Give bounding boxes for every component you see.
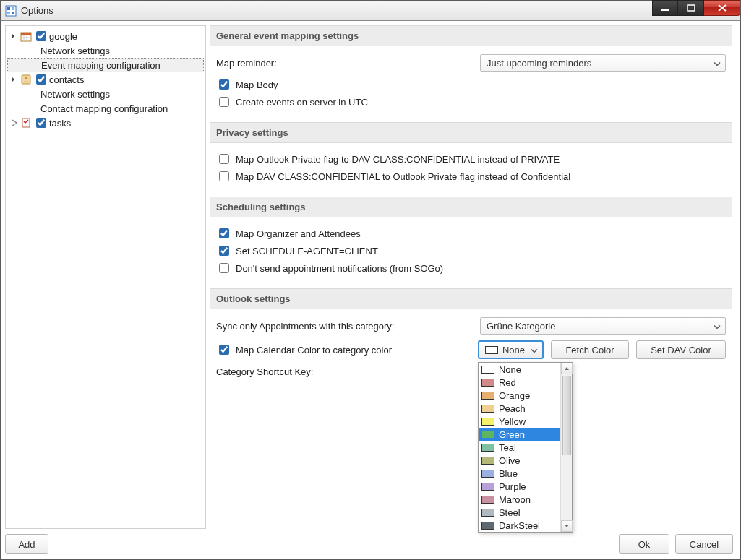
expand-icon[interactable] (10, 32, 19, 40)
sched-opt3-label: Don't send appointment notifications (fr… (236, 263, 443, 274)
sync-category-combo[interactable]: Grüne Kategorie (480, 317, 726, 335)
scroll-up-icon[interactable] (561, 363, 573, 374)
add-button[interactable]: Add (5, 534, 48, 554)
privacy-opt2-row[interactable]: Map DAV CLASS:CONFIDENTIAL to Outlook Pr… (216, 169, 726, 184)
color-option-olive[interactable]: Olive (479, 454, 572, 467)
color-swatch-icon (481, 483, 494, 491)
tree-label: Network settings (40, 89, 110, 100)
color-option-label: None (499, 364, 521, 375)
map-reminder-value: Just upcoming reminders (487, 58, 591, 69)
tasks-icon (20, 117, 32, 129)
color-option-label: DarkSteel (499, 520, 540, 531)
color-swatch-icon (481, 470, 494, 478)
fetch-color-button[interactable]: Fetch Color (551, 340, 629, 359)
privacy-opt2-checkbox[interactable] (219, 171, 229, 181)
sched-opt2-row[interactable]: Set SCHEDULE-AGENT=CLIENT (216, 244, 726, 258)
color-option-maroon[interactable]: Maroon (479, 493, 572, 506)
ok-button[interactable]: Ok (619, 534, 669, 554)
color-option-label: Peach (499, 403, 526, 414)
category-shortcut-label: Category Shortcut Key: (216, 366, 313, 377)
sync-category-value: Grüne Kategorie (487, 321, 555, 332)
tree-node-contacts-contactmapping[interactable]: Contact mapping configuration (7, 101, 204, 116)
svg-rect-4 (12, 12, 14, 14)
map-reminder-combo[interactable]: Just upcoming reminders (480, 54, 726, 72)
tree-node-contacts[interactable]: contacts (7, 72, 204, 87)
map-reminder-label: Map reminder: (216, 58, 277, 69)
color-option-orange[interactable]: Orange (479, 389, 572, 402)
expand-icon[interactable] (10, 119, 19, 127)
map-color-label: Map Calendar Color to category color (236, 345, 392, 356)
svg-rect-2 (12, 7, 14, 10)
color-option-label: Yellow (499, 416, 526, 427)
map-color-row[interactable]: Map Calendar Color to category color (216, 343, 392, 357)
map-body-checkbox-row[interactable]: Map Body (216, 77, 726, 92)
map-color-checkbox[interactable] (219, 345, 229, 355)
color-option-label: Purple (499, 481, 526, 492)
contacts-icon (20, 74, 32, 85)
scroll-thumb[interactable] (562, 376, 571, 455)
svg-rect-6 (688, 5, 695, 11)
close-button[interactable] (704, 0, 740, 16)
minimize-button[interactable] (652, 0, 678, 16)
color-swatch-icon (481, 444, 494, 452)
color-option-darksteel[interactable]: DarkSteel (479, 519, 572, 532)
color-option-peach[interactable]: Peach (479, 402, 572, 415)
color-option-teal[interactable]: Teal (479, 441, 572, 454)
color-option-label: Orange (499, 390, 530, 401)
tree-label: google (49, 31, 77, 42)
map-body-label: Map Body (236, 79, 278, 90)
tree-check-tasks[interactable] (36, 118, 46, 128)
create-utc-label: Create events on server in UTC (236, 97, 368, 108)
sched-opt2-label: Set SCHEDULE-AGENT=CLIENT (236, 246, 378, 257)
scroll-down-icon[interactable] (561, 520, 573, 532)
map-body-checkbox[interactable] (219, 79, 229, 90)
color-option-blue[interactable]: Blue (479, 467, 572, 480)
sched-opt1-checkbox[interactable] (219, 228, 229, 238)
privacy-opt1-row[interactable]: Map Outlook Private flag to DAV CLASS:CO… (216, 152, 726, 166)
client-area: google Network settings Event mapping co… (0, 20, 741, 560)
sched-opt3-row[interactable]: Don't send appointment notifications (fr… (216, 261, 726, 275)
sched-opt1-row[interactable]: Map Organizer and Attendees (216, 226, 726, 241)
chevron-down-icon (714, 321, 721, 332)
tree-node-google[interactable]: google (7, 29, 204, 43)
svg-point-13 (25, 77, 27, 79)
privacy-opt1-checkbox[interactable] (219, 154, 229, 164)
color-combo[interactable]: None (478, 340, 544, 359)
color-option-purple[interactable]: Purple (479, 480, 572, 493)
ok-label: Ok (638, 539, 651, 550)
expand-icon[interactable] (10, 75, 19, 84)
window-title: Options (21, 5, 740, 16)
tree-node-google-network[interactable]: Network settings (7, 43, 204, 58)
cancel-button[interactable]: Cancel (675, 534, 733, 554)
create-utc-checkbox[interactable] (219, 97, 229, 107)
scrollbar[interactable] (560, 363, 572, 532)
sched-opt3-checkbox[interactable] (219, 263, 229, 273)
color-swatch-icon (481, 522, 494, 530)
tree-node-tasks[interactable]: tasks (7, 116, 204, 130)
color-swatch-icon (481, 379, 494, 387)
tree-node-google-eventmapping[interactable]: Event mapping configuration (7, 58, 204, 72)
privacy-opt1-label: Map Outlook Private flag to DAV CLASS:CO… (236, 154, 560, 165)
profile-tree[interactable]: google Network settings Event mapping co… (5, 25, 206, 529)
sched-opt1-label: Map Organizer and Attendees (236, 228, 361, 239)
color-option-steel[interactable]: Steel (479, 506, 572, 519)
color-option-none[interactable]: None (479, 363, 572, 376)
color-option-label: Steel (499, 507, 521, 518)
color-swatch-icon (481, 457, 494, 465)
color-option-red[interactable]: Red (479, 376, 572, 389)
create-utc-checkbox-row[interactable]: Create events on server in UTC (216, 95, 726, 109)
sched-opt2-checkbox[interactable] (219, 246, 229, 256)
color-dropdown[interactable]: NoneRedOrangePeachYellowGreenTealOliveBl… (478, 362, 573, 533)
color-option-yellow[interactable]: Yellow (479, 415, 572, 428)
maximize-button[interactable] (678, 0, 704, 16)
color-swatch-icon (485, 346, 498, 354)
set-dav-color-button[interactable]: Set DAV Color (636, 340, 726, 359)
color-swatch-icon (481, 392, 494, 400)
tree-check-google[interactable] (36, 31, 46, 41)
tree-node-contacts-network[interactable]: Network settings (7, 87, 204, 101)
color-option-green[interactable]: Green (479, 428, 572, 441)
bottom-bar: Add Ok Cancel (5, 533, 733, 555)
app-icon (5, 5, 17, 17)
titlebar: Options (0, 0, 741, 20)
tree-check-contacts[interactable] (36, 74, 46, 85)
